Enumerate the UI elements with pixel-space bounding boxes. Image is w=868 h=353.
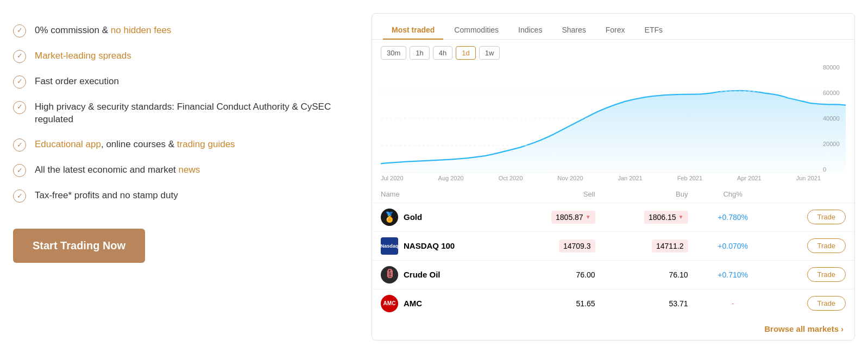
table-row: AMC AMC 51.65 53.71 - Trade <box>372 289 854 318</box>
chart-area: 30m 1h 4h 1d 1w <box>372 40 854 186</box>
y-axis: 80000 60000 40000 20000 0 <box>821 64 846 173</box>
x-axis: Jul 2020 Aug 2020 Oct 2020 Nov 2020 Jan … <box>381 173 846 186</box>
instrument-cell-amc: AMC AMC <box>381 295 502 312</box>
time-filters: 30m 1h 4h 1d 1w <box>381 46 846 60</box>
feature-text: Educational app, online courses & tradin… <box>35 138 235 151</box>
list-item: ✓ High privacy & security standards: Fin… <box>13 100 350 127</box>
start-trading-button[interactable]: Start Trading Now <box>13 229 145 263</box>
market-table: Name Sell Buy Chg% 🏅 Gold <box>372 186 854 318</box>
list-item: ✓ Fast order execution <box>13 75 350 89</box>
sell-price-gold: 1805.87 ▼ <box>511 203 604 231</box>
sell-price-crude-oil: 76.00 <box>511 260 604 289</box>
table-row: Nasdaq NASDAQ 100 14709.3 14711.2 +0.070… <box>372 231 854 260</box>
check-icon: ✓ <box>13 101 26 114</box>
buy-price-crude-oil: 76.10 <box>604 260 697 289</box>
check-icon: ✓ <box>13 50 26 63</box>
feature-text: 0% commission & no hidden fees <box>35 24 171 37</box>
change-gold: +0.780% <box>697 203 769 231</box>
check-icon: ✓ <box>13 138 26 152</box>
list-item: ✓ Market-leading spreads <box>13 49 350 63</box>
table-row: 🏅 Gold 1805.87 ▼ 1806.15 ▼ +0.780% Trade <box>372 203 854 231</box>
tab-indices[interactable]: Indices <box>510 21 551 40</box>
buy-price-amc: 53.71 <box>604 289 697 318</box>
instrument-cell-crude-oil: 🛢 Crude Oil <box>381 266 502 283</box>
time-filter-1h[interactable]: 1h <box>410 46 429 60</box>
price-chart <box>381 64 846 173</box>
col-header-action <box>769 186 854 203</box>
instrument-cell-gold: 🏅 Gold <box>381 209 502 226</box>
time-filter-1w[interactable]: 1w <box>479 46 500 60</box>
feature-list: ✓ 0% commission & no hidden fees ✓ Marke… <box>13 24 350 203</box>
check-icon: ✓ <box>13 75 26 89</box>
down-arrow-icon: ▼ <box>586 214 591 220</box>
main-container: ✓ 0% commission & no hidden fees ✓ Marke… <box>13 13 855 341</box>
right-panel: Most traded Commodities Indices Shares F… <box>372 13 855 341</box>
change-amc: - <box>697 289 769 318</box>
left-panel: ✓ 0% commission & no hidden fees ✓ Marke… <box>13 13 350 274</box>
trade-button-amc[interactable]: Trade <box>807 296 846 311</box>
buy-price-gold: 1806.15 ▼ <box>604 203 697 231</box>
arrow-right-icon: › <box>841 324 844 333</box>
feature-text: Tax-free* profits and no stamp duty <box>35 189 178 202</box>
buy-price-nasdaq: 14711.2 <box>604 231 697 260</box>
list-item: ✓ Tax-free* profits and no stamp duty <box>13 189 350 203</box>
sell-price-nasdaq: 14709.3 <box>511 231 604 260</box>
crude-oil-icon: 🛢 <box>381 266 398 283</box>
tab-etfs[interactable]: ETFs <box>636 21 671 40</box>
table-row: 🛢 Crude Oil 76.00 76.10 +0.710% Trade <box>372 260 854 289</box>
tab-shares[interactable]: Shares <box>553 21 594 40</box>
trade-button-gold[interactable]: Trade <box>807 210 846 224</box>
list-item: ✓ All the latest economic and market new… <box>13 163 350 177</box>
list-item: ✓ 0% commission & no hidden fees <box>13 24 350 37</box>
down-arrow-icon: ▼ <box>678 214 684 220</box>
tabs-bar: Most traded Commodities Indices Shares F… <box>372 14 854 40</box>
col-header-name: Name <box>372 186 511 203</box>
tab-most-traded[interactable]: Most traded <box>383 21 443 40</box>
col-header-buy: Buy <box>604 186 697 203</box>
amc-icon: AMC <box>381 295 398 312</box>
col-header-sell: Sell <box>511 186 604 203</box>
nasdaq-icon: Nasdaq <box>381 237 398 255</box>
time-filter-4h[interactable]: 4h <box>433 46 452 60</box>
chart-wrapper: 80000 60000 40000 20000 0 <box>381 64 846 173</box>
check-icon: ✓ <box>13 164 26 177</box>
trade-button-crude-oil[interactable]: Trade <box>807 267 846 282</box>
sell-price-amc: 51.65 <box>511 289 604 318</box>
instrument-cell-nasdaq: Nasdaq NASDAQ 100 <box>381 237 502 255</box>
browse-markets-link[interactable]: Browse all markets› <box>372 318 854 340</box>
check-icon: ✓ <box>13 24 26 37</box>
check-icon: ✓ <box>13 190 26 203</box>
tab-forex[interactable]: Forex <box>597 21 634 40</box>
list-item: ✓ Educational app, online courses & trad… <box>13 138 350 152</box>
feature-text: High privacy & security standards: Finan… <box>35 100 350 127</box>
gold-icon: 🏅 <box>381 209 398 226</box>
change-crude-oil: +0.710% <box>697 260 769 289</box>
time-filter-30m[interactable]: 30m <box>381 46 406 60</box>
feature-text: Market-leading spreads <box>35 49 131 62</box>
col-header-chg: Chg% <box>697 186 769 203</box>
tab-commodities[interactable]: Commodities <box>445 21 507 40</box>
trade-button-nasdaq[interactable]: Trade <box>807 238 846 253</box>
change-nasdaq: +0.070% <box>697 231 769 260</box>
feature-text: All the latest economic and market news <box>35 163 200 177</box>
feature-text: Fast order execution <box>35 75 119 88</box>
time-filter-1d[interactable]: 1d <box>456 46 475 60</box>
